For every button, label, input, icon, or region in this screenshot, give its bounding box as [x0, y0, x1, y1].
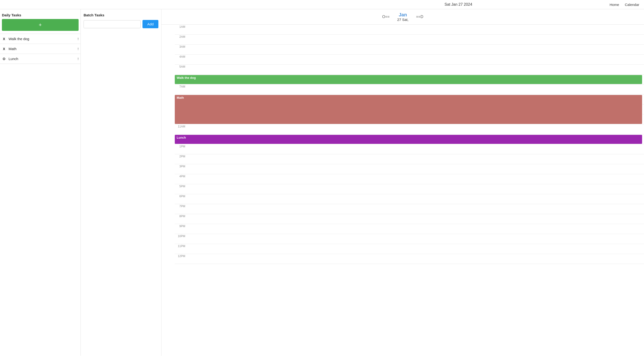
hour-row: 2AM — [175, 35, 644, 45]
task-item[interactable]: X Walk the dog ! — [0, 34, 80, 44]
hour-label: 5PM — [175, 185, 187, 188]
top-bar: Sat Jan 27 2024 Home Calendar — [0, 0, 644, 9]
calendar-event[interactable]: Lunch — [175, 135, 642, 144]
hour-row: 5PM — [175, 184, 644, 194]
hour-label: 12PM — [175, 255, 187, 258]
hour-row: 7PM — [175, 204, 644, 214]
hour-label: 8PM — [175, 215, 187, 218]
hour-row: 3AM — [175, 45, 644, 55]
daily-tasks-title: Daily Tasks — [0, 13, 80, 19]
hour-label: 4PM — [175, 175, 187, 178]
hour-row: 10PM — [175, 234, 644, 244]
calendar-event[interactable]: Walk the dog — [175, 75, 642, 84]
calendar-date-display: Jan 27 Sat, — [397, 12, 409, 21]
hour-label: 1AM — [175, 25, 187, 28]
batch-add-button[interactable]: Add — [142, 20, 158, 28]
task-list: X Walk the dog ! X Math ! O Lunch ! — [0, 34, 80, 64]
hour-label: 11AM — [175, 125, 187, 128]
hour-row: 11AM — [175, 124, 644, 134]
hour-label: 7PM — [175, 205, 187, 208]
task-status: O — [2, 57, 6, 61]
hour-row: 5AM — [175, 64, 644, 74]
hour-row: 9PM — [175, 224, 644, 234]
hour-row: 2PM — [175, 154, 644, 164]
task-status: X — [2, 37, 6, 41]
calendar-next-button[interactable]: ==D — [414, 14, 425, 20]
calendar-event[interactable]: Math — [175, 95, 642, 124]
hour-row: 4PM — [175, 174, 644, 184]
hour-label: 5AM — [175, 65, 187, 68]
task-exclaim[interactable]: ! — [78, 37, 78, 41]
batch-tasks-title: Batch Tasks — [84, 13, 158, 17]
hour-label: 6PM — [175, 195, 187, 198]
hour-label: 10PM — [175, 235, 187, 238]
hour-row: 7AM — [175, 84, 644, 94]
hour-row: 6PM — [175, 194, 644, 204]
timeline: 1AM2AM3AM4AM5AM6AM7AM8AM9AM10AM11AM12AM1… — [162, 25, 644, 264]
task-item[interactable]: X Math ! — [0, 44, 80, 54]
top-nav: Home Calendar — [610, 2, 639, 7]
add-task-button[interactable]: + — [2, 19, 78, 31]
hour-row: 1PM — [175, 144, 644, 154]
daily-tasks-panel: Daily Tasks + X Walk the dog ! X Math ! … — [0, 9, 81, 356]
calendar-link[interactable]: Calendar — [625, 2, 639, 7]
hour-row: 11PM — [175, 244, 644, 254]
hour-label: 4AM — [175, 55, 187, 58]
hour-row: 3PM — [175, 164, 644, 174]
hour-label: 9PM — [175, 225, 187, 228]
hour-label: 3PM — [175, 165, 187, 168]
batch-task-input[interactable] — [84, 20, 140, 28]
task-name: Math — [8, 47, 75, 51]
batch-tasks-panel: Batch Tasks Add — [81, 9, 162, 356]
hour-label: 2AM — [175, 35, 187, 38]
hour-label: 1PM — [175, 145, 187, 148]
batch-input-row: Add — [84, 20, 158, 28]
task-exclaim[interactable]: ! — [78, 57, 78, 61]
task-name: Lunch — [8, 57, 75, 61]
calendar-month: Jan — [397, 12, 409, 17]
date-display: Sat Jan 27 2024 — [307, 2, 610, 7]
hour-label: 2PM — [175, 155, 187, 158]
task-status: X — [2, 47, 6, 51]
calendar-panel: O== Jan 27 Sat, ==D 1AM2AM3AM4AM5AM6AM7A… — [162, 9, 644, 356]
hour-label: 7AM — [175, 85, 187, 88]
task-exclaim[interactable]: ! — [78, 47, 78, 51]
task-name: Walk the dog — [8, 37, 75, 41]
timeline-scroll[interactable]: 1AM2AM3AM4AM5AM6AM7AM8AM9AM10AM11AM12AM1… — [162, 25, 644, 356]
calendar-day: 27 Sat, — [397, 17, 409, 21]
home-link[interactable]: Home — [610, 2, 619, 7]
main-container: Daily Tasks + X Walk the dog ! X Math ! … — [0, 9, 644, 356]
hour-row: 8PM — [175, 214, 644, 224]
hour-label: 3AM — [175, 45, 187, 48]
hour-row: 12PM — [175, 254, 644, 264]
hour-row: 4AM — [175, 55, 644, 64]
task-item[interactable]: O Lunch ! — [0, 54, 80, 64]
calendar-prev-button[interactable]: O== — [380, 14, 392, 20]
calendar-header: O== Jan 27 Sat, ==D — [162, 9, 644, 25]
hour-row: 1AM — [175, 25, 644, 35]
hour-label: 11PM — [175, 245, 187, 248]
